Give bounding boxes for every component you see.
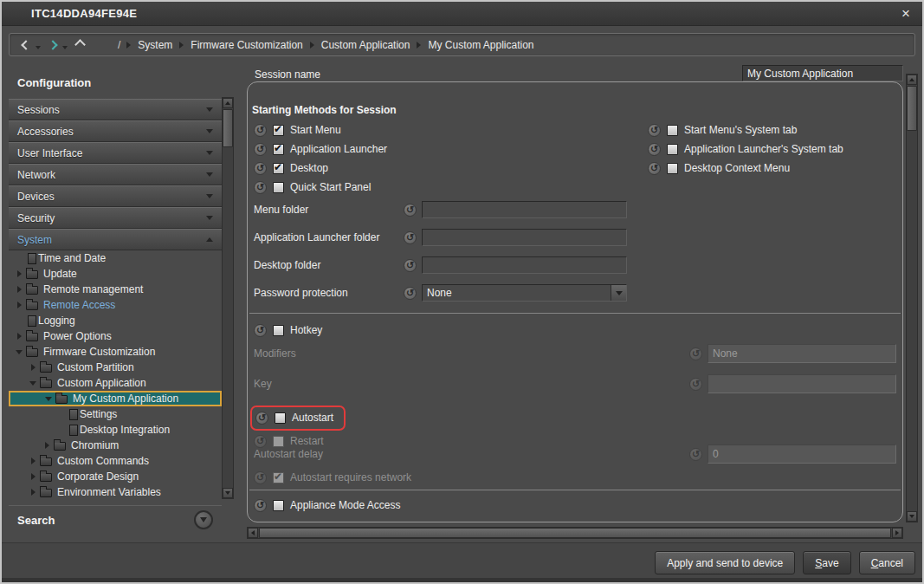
apply-and-send-button[interactable]: Apply and send to device: [655, 551, 795, 574]
scroll-down-button[interactable]: [907, 511, 917, 522]
password-protection-select[interactable]: None: [422, 284, 627, 302]
application-launcher-folder-input[interactable]: [422, 229, 627, 246]
scroll-down-button[interactable]: [223, 488, 233, 498]
revert-icon[interactable]: [648, 124, 661, 137]
breadcrumb-item-custom-application[interactable]: Custom Application: [321, 39, 410, 51]
tree-item-environment-variables[interactable]: Environment Variables: [9, 484, 222, 500]
nav-back-dropdown-icon[interactable]: [36, 46, 41, 49]
selected-value: None: [427, 287, 452, 299]
tree-item-time-and-date[interactable]: Time and Date: [9, 250, 222, 266]
search-expand-button[interactable]: [194, 510, 213, 529]
cancel-button[interactable]: Cancel: [859, 551, 915, 574]
breadcrumb-item-system[interactable]: System: [138, 39, 172, 51]
checkbox-row-autostart-requires-network: Autostart requires network: [254, 470, 411, 485]
scroll-thumb[interactable]: [259, 528, 891, 538]
tree-item-logging[interactable]: Logging: [9, 313, 222, 328]
revert-icon[interactable]: [254, 181, 267, 194]
revert-icon: [689, 347, 702, 360]
checkbox-row-application-launcher-s-system-tab: Application Launcher's System tab: [648, 141, 843, 157]
revert-icon[interactable]: [404, 287, 417, 300]
sidebar-section-security[interactable]: Security: [9, 207, 222, 229]
separator: [249, 313, 901, 314]
autostart-highlight-box: Autostart: [250, 406, 346, 431]
revert-icon[interactable]: [254, 324, 267, 337]
tree-item-remote-access[interactable]: Remote Access: [9, 297, 222, 313]
menu-folder-input[interactable]: [422, 201, 627, 218]
revert-icon[interactable]: [404, 259, 417, 272]
revert-icon[interactable]: [404, 231, 417, 244]
breadcrumb-item-my-custom-application[interactable]: My Custom Application: [428, 39, 533, 51]
tree-item-update[interactable]: Update: [9, 266, 222, 282]
scroll-thumb[interactable]: [907, 86, 917, 131]
tree-item-settings[interactable]: Settings: [9, 406, 222, 422]
checkbox[interactable]: [273, 144, 284, 155]
scroll-thumb[interactable]: [223, 109, 233, 147]
breadcrumb-root[interactable]: /: [118, 39, 120, 51]
folder-icon: [40, 473, 52, 482]
sidebar-section-user-interface[interactable]: User Interface: [9, 142, 222, 164]
revert-icon[interactable]: [254, 143, 267, 156]
section-label: System: [17, 234, 52, 246]
checkbox[interactable]: [667, 125, 678, 136]
nav-forward-button[interactable]: [47, 38, 59, 52]
checkbox-row-appliance-mode-access: Appliance Mode Access: [254, 497, 400, 513]
scroll-up-button[interactable]: [223, 98, 233, 108]
save-button[interactable]: Save: [803, 551, 850, 574]
checkbox[interactable]: [273, 163, 284, 174]
main-scrollbar[interactable]: [906, 74, 918, 522]
checkbox[interactable]: [667, 163, 678, 174]
sidebar-section-devices[interactable]: Devices: [9, 185, 222, 207]
nav-back-button[interactable]: [20, 38, 32, 52]
checkbox-row-application-launcher: Application Launcher: [254, 141, 387, 157]
tree-item-corporate-design[interactable]: Corporate Design: [9, 469, 222, 484]
revert-icon[interactable]: [648, 143, 661, 156]
starting-methods-title: Starting Methods for Session: [252, 104, 397, 116]
tree-item-remote-management[interactable]: Remote management: [9, 282, 222, 297]
checkbox-row-quick-start-panel: Quick Start Panel: [254, 179, 387, 195]
main-horizontal-scrollbar[interactable]: [247, 527, 903, 539]
tree-item-custom-commands[interactable]: Custom Commands: [9, 453, 222, 469]
folder-fields: Menu folder Application Launcher folder …: [254, 201, 627, 284]
nav-up-button[interactable]: [74, 38, 86, 52]
sidebar-section-network[interactable]: Network: [9, 164, 222, 185]
tree-item-custom-partition[interactable]: Custom Partition: [9, 360, 222, 375]
revert-icon[interactable]: [254, 162, 267, 175]
scroll-right-button[interactable]: [892, 528, 902, 538]
scroll-left-button[interactable]: [248, 528, 258, 538]
sidebar-section-system[interactable]: System: [9, 229, 222, 250]
scroll-up-button[interactable]: [907, 75, 917, 85]
revert-icon[interactable]: [254, 499, 267, 512]
nav-forward-dropdown-icon[interactable]: [62, 46, 68, 49]
tree-item-desktop-integration[interactable]: Desktop Integration: [9, 422, 222, 438]
autostart-checkbox[interactable]: [275, 412, 286, 424]
tree-item-power-options[interactable]: Power Options: [9, 328, 222, 344]
checkbox-label: Start Menu's System tab: [684, 124, 797, 136]
revert-icon[interactable]: [404, 204, 417, 217]
hotkey-checkbox[interactable]: [273, 325, 284, 336]
sidebar-scrollbar[interactable]: [222, 97, 234, 499]
section-expand-icon: [206, 237, 213, 242]
breadcrumb-item-firmware-customization[interactable]: Firmware Customization: [191, 39, 302, 51]
sidebar-section-sessions[interactable]: Sessions: [9, 99, 222, 120]
breadcrumb-separator-icon: [310, 42, 314, 49]
chevron-down-icon[interactable]: [611, 285, 626, 301]
chevron-left-icon: [21, 40, 30, 49]
tree-item-firmware-customization[interactable]: Firmware Customization: [9, 344, 222, 360]
settings-panel: Starting Methods for Session Start Menu …: [247, 81, 903, 522]
folder-icon: [26, 302, 38, 310]
revert-icon[interactable]: [255, 412, 268, 425]
checkbox[interactable]: [667, 144, 678, 155]
checkbox[interactable]: [273, 125, 284, 136]
tree-item-my-custom-application[interactable]: My Custom Application: [9, 391, 222, 406]
revert-icon[interactable]: [254, 124, 267, 137]
folder-icon: [40, 457, 52, 466]
desktop-folder-input[interactable]: [422, 256, 627, 274]
tree-item-custom-application[interactable]: Custom Application: [9, 375, 222, 391]
revert-icon[interactable]: [648, 162, 661, 175]
tree-item-chromium[interactable]: Chromium: [9, 438, 222, 453]
session-name-input[interactable]: [742, 65, 903, 81]
checkbox[interactable]: [273, 182, 284, 193]
close-icon[interactable]: ×: [901, 6, 910, 21]
appliance-mode-checkbox[interactable]: [273, 500, 284, 511]
sidebar-section-accessories[interactable]: Accessories: [9, 120, 222, 142]
